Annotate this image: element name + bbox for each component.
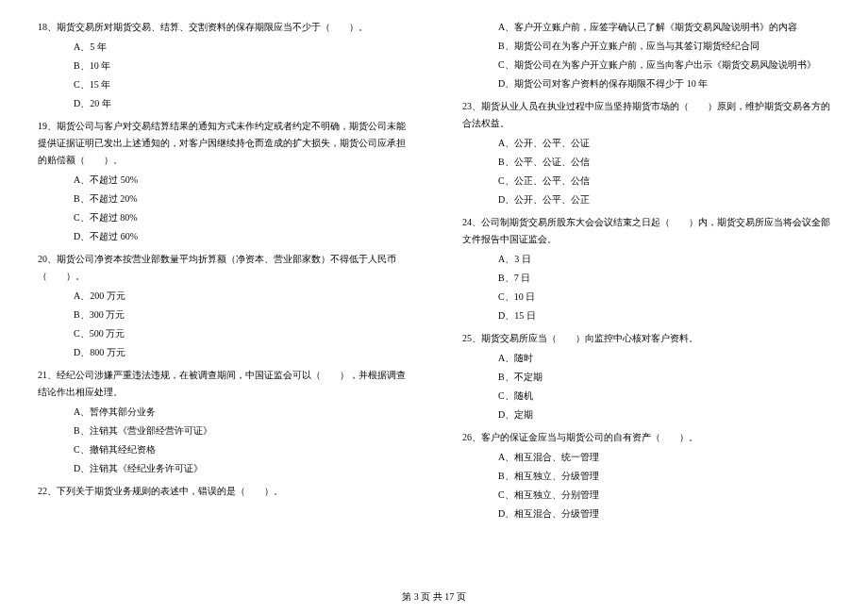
option-d: D、注销其《经纪业务许可证》 bbox=[74, 460, 406, 477]
option-a: A、公开、公平、公证 bbox=[498, 135, 830, 152]
question-21: 21、经纪公司涉嫌严重违法违规，在被调查期间，中国证监会可以（ ），并根据调查结… bbox=[38, 367, 406, 479]
options-list: A、公开、公平、公证 B、公平、公证、公信 C、公正、公平、公信 D、公开、公平… bbox=[462, 135, 830, 208]
question-25: 25、期货交易所应当（ ）向监控中心核对客户资料。 A、随时 B、不定期 C、随… bbox=[462, 330, 830, 425]
option-b: B、期货公司在为客户开立账户前，应当与其签订期货经纪合同 bbox=[498, 38, 830, 55]
option-d: D、20 年 bbox=[74, 95, 406, 112]
option-d: D、不超过 60% bbox=[74, 228, 406, 245]
option-a: A、200 万元 bbox=[74, 288, 406, 305]
option-d: D、定期 bbox=[498, 406, 830, 423]
options-list: A、3 日 B、7 日 C、10 日 D、15 日 bbox=[462, 251, 830, 324]
option-c: C、撤销其经纪资格 bbox=[74, 441, 406, 458]
option-b: B、7 日 bbox=[498, 270, 830, 287]
option-c: C、随机 bbox=[498, 388, 830, 405]
option-d: D、期货公司对客户资料的保存期限不得少于 10 年 bbox=[498, 75, 830, 92]
option-a: A、随时 bbox=[498, 350, 830, 367]
option-c: C、10 日 bbox=[498, 289, 830, 306]
page-footer: 第 3 页 共 17 页 bbox=[0, 590, 868, 604]
option-b: B、注销其《营业部经营许可证》 bbox=[74, 422, 406, 439]
option-d: D、800 万元 bbox=[74, 344, 406, 361]
options-list: A、暂停其部分业务 B、注销其《营业部经营许可证》 C、撤销其经纪资格 D、注销… bbox=[38, 404, 406, 477]
option-b: B、不超过 20% bbox=[74, 191, 406, 207]
question-24: 24、公司制期货交易所股东大会会议结束之日起（ ）内，期货交易所应当将会议全部文… bbox=[462, 214, 830, 326]
option-c: C、不超过 80% bbox=[74, 209, 406, 226]
question-20: 20、期货公司净资本按营业部数量平均折算额（净资本、营业部家数）不得低于人民币（… bbox=[38, 251, 406, 363]
question-26: 26、客户的保证金应当与期货公司的自有资产（ ）。 A、相互混合、统一管理 B、… bbox=[462, 429, 830, 524]
option-c: C、公正、公平、公信 bbox=[498, 173, 830, 190]
question-text: 25、期货交易所应当（ ）向监控中心核对客户资料。 bbox=[462, 330, 830, 347]
left-column: 18、期货交易所对期货交易、结算、交割资料的保存期限应当不少于（ ）。 A、5 … bbox=[38, 19, 406, 575]
option-b: B、300 万元 bbox=[74, 306, 406, 323]
option-c: C、期货公司在为客户开立账户前，应当向客户出示《期货交易风险说明书》 bbox=[498, 57, 830, 74]
right-column: A、客户开立账户前，应签字确认已了解《期货交易风险说明书》的内容 B、期货公司在… bbox=[462, 19, 830, 575]
question-text: 21、经纪公司涉嫌严重违法违规，在被调查期间，中国证监会可以（ ），并根据调查结… bbox=[38, 367, 406, 401]
question-text: 20、期货公司净资本按营业部数量平均折算额（净资本、营业部家数）不得低于人民币（… bbox=[38, 251, 406, 285]
option-d: D、相互混合、分级管理 bbox=[498, 505, 830, 522]
option-d: D、15 日 bbox=[498, 307, 830, 324]
option-a: A、不超过 50% bbox=[74, 172, 406, 189]
option-b: B、10 年 bbox=[74, 58, 406, 75]
option-a: A、相互混合、统一管理 bbox=[498, 449, 830, 466]
question-text: 22、下列关于期货业务规则的表述中，错误的是（ ）。 bbox=[38, 483, 406, 500]
question-19: 19、期货公司与客户对交易结算结果的通知方式未作约定或者约定不明确，期货公司未能… bbox=[38, 118, 406, 247]
options-list: A、5 年 B、10 年 C、15 年 D、20 年 bbox=[38, 39, 406, 112]
option-d: D、公开、公平、公正 bbox=[498, 191, 830, 208]
option-a: A、暂停其部分业务 bbox=[74, 404, 406, 421]
options-list: A、200 万元 B、300 万元 C、500 万元 D、800 万元 bbox=[38, 288, 406, 361]
page-container: 18、期货交易所对期货交易、结算、交割资料的保存期限应当不少于（ ）。 A、5 … bbox=[38, 19, 830, 575]
question-text: 23、期货从业人员在执业过程中应当坚持期货市场的（ ）原则，维护期货交易各方的合… bbox=[462, 98, 830, 132]
option-c: C、相互独立、分别管理 bbox=[498, 487, 830, 504]
question-text: 19、期货公司与客户对交易结算结果的通知方式未作约定或者约定不明确，期货公司未能… bbox=[38, 118, 406, 169]
options-list: A、客户开立账户前，应签字确认已了解《期货交易风险说明书》的内容 B、期货公司在… bbox=[462, 19, 830, 92]
question-18: 18、期货交易所对期货交易、结算、交割资料的保存期限应当不少于（ ）。 A、5 … bbox=[38, 19, 406, 114]
option-c: C、500 万元 bbox=[74, 325, 406, 342]
option-b: B、公平、公证、公信 bbox=[498, 154, 830, 171]
option-b: B、不定期 bbox=[498, 369, 830, 386]
question-text: 18、期货交易所对期货交易、结算、交割资料的保存期限应当不少于（ ）。 bbox=[38, 19, 406, 36]
options-list: A、相互混合、统一管理 B、相互独立、分级管理 C、相互独立、分别管理 D、相互… bbox=[462, 449, 830, 522]
question-text: 26、客户的保证金应当与期货公司的自有资产（ ）。 bbox=[462, 429, 830, 446]
options-list: A、随时 B、不定期 C、随机 D、定期 bbox=[462, 350, 830, 423]
option-a: A、3 日 bbox=[498, 251, 830, 268]
question-23: 23、期货从业人员在执业过程中应当坚持期货市场的（ ）原则，维护期货交易各方的合… bbox=[462, 98, 830, 210]
question-text: 24、公司制期货交易所股东大会会议结束之日起（ ）内，期货交易所应当将会议全部文… bbox=[462, 214, 830, 248]
question-22: 22、下列关于期货业务规则的表述中，错误的是（ ）。 bbox=[38, 483, 406, 503]
options-list: A、不超过 50% B、不超过 20% C、不超过 80% D、不超过 60% bbox=[38, 172, 406, 245]
option-c: C、15 年 bbox=[74, 76, 406, 93]
option-a: A、客户开立账户前，应签字确认已了解《期货交易风险说明书》的内容 bbox=[498, 19, 830, 36]
option-a: A、5 年 bbox=[74, 39, 406, 56]
question-22-options: A、客户开立账户前，应签字确认已了解《期货交易风险说明书》的内容 B、期货公司在… bbox=[462, 19, 830, 94]
option-b: B、相互独立、分级管理 bbox=[498, 468, 830, 485]
